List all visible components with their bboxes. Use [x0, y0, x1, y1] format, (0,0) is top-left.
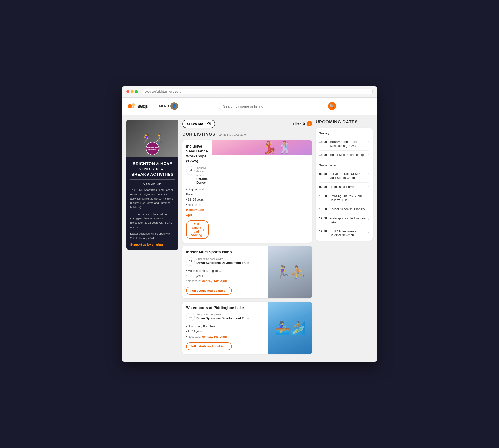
upcoming-item-tomorrow-1[interactable]: 09:30 Happiest at Home › [319, 183, 369, 192]
booking-button-1[interactable]: Full details and booking › [186, 221, 209, 239]
listing-date-1: • Next date: Monday, 14th April [186, 202, 209, 218]
sidebar-desc-2: The Programme is for children and young … [130, 212, 175, 229]
upcoming-time-t2: 10:00 [319, 194, 327, 198]
chevron-right-icon-3: › [227, 345, 228, 348]
toolbar: SHOW MAP 🗺 Filter ⚙ 4 [182, 120, 312, 128]
upcoming-time-t3: 10:00 [319, 207, 327, 211]
provider-logo-3: DS [186, 313, 195, 321]
listing-title-3: Watersports at Piddinghoe Lake [186, 305, 265, 310]
listing-card-2: Indoor Multi Sports camp DS Supporting p… [182, 246, 312, 298]
chevron-icon-today-1: › [368, 153, 369, 157]
sidebar-body: BRIGHTON & HOVE SEND SHORT BREAKS ACTIVI… [126, 158, 178, 250]
upcoming-item-today-0[interactable]: 14:00 Inclusive Send Dance Workshops (12… [319, 138, 369, 151]
filter-badge: 4 [307, 121, 312, 127]
listing-meta-3: • Newhaven, East Sussex • 8 - 12 years •… [186, 324, 265, 339]
upcoming-time-t0: 08:30 [319, 172, 327, 176]
upcoming-time-t4: 12:00 [319, 216, 327, 220]
listing-age-1: • 12 -25 years [186, 197, 209, 202]
listing-image-1: 💃🕺 [212, 140, 312, 155]
upcoming-time-t5: 12:30 [319, 229, 327, 233]
upcoming-name-t4: Watersports at Piddinghoe Lake [329, 216, 366, 224]
council-badge: Brighton & Hove City Council [146, 142, 159, 155]
hamburger-icon: ☰ [155, 104, 158, 108]
logo-text: eequ [137, 103, 148, 109]
browser-chrome: eequ.org/brighton-hove-send [122, 86, 377, 97]
listing-location-1: • Brighton and Hove [186, 187, 209, 197]
search-bar: 🔍 [219, 102, 337, 111]
sidebar-desc-1: The SEND Short Break and School Activiti… [130, 188, 175, 209]
upcoming-item-today-1[interactable]: 14:30 Indoor Multi Sports camp › [319, 151, 369, 160]
listing-date-3: • Next date: Monday, 14th April [186, 334, 265, 339]
booking-label-3: Full details and booking [190, 345, 226, 348]
logo-icon [127, 102, 136, 110]
upcoming-item-tomorrow-0[interactable]: 08:30 Activ8 For Kids SEND Multi Sports … [319, 170, 369, 183]
chevron-right-icon: › [203, 228, 204, 232]
upcoming-time-t1: 09:30 [319, 185, 327, 189]
upcoming-title: UPCOMING DATES [316, 120, 373, 125]
booking-button-2[interactable]: Full details and booking › [186, 287, 232, 295]
upcoming-item-tomorrow-5[interactable]: 12:30 SEND Adventures - Cardinal Newman … [319, 227, 369, 238]
upcoming-name-today-1: Indoor Multi Sports camp [329, 153, 366, 157]
svg-point-0 [128, 104, 132, 108]
menu-label: MENU [159, 104, 169, 108]
chevron-t5: › [368, 229, 369, 234]
listing-image-2: 🏃‍♀️⛹️ [268, 246, 312, 298]
browser-window: eequ.org/brighton-hove-send eequ ☰ MENU … [122, 86, 377, 362]
show-map-label: SHOW MAP [187, 122, 206, 126]
filter-button[interactable]: Filter ⚙ 4 [293, 121, 312, 127]
listing-info-1: Inclusive Send Dance Workshops (12-25) p… [182, 140, 212, 243]
provider-name-3: Down Syndrome Development Trust [197, 316, 249, 320]
upcoming-time-today-1: 14:30 [319, 153, 327, 157]
upcoming-item-tomorrow-3[interactable]: 10:00 Soccer Schools: Disability › [319, 205, 369, 214]
header: eequ ☰ MENU 👤 🔍 [122, 97, 377, 115]
listing-date-2: • Next date: Monday, 14th April [186, 279, 265, 284]
upcoming-item-tomorrow-2[interactable]: 10:00 Amazing Futures SEND Holiday Club … [319, 192, 369, 205]
listing-meta-1: • Brighton and Hove • 12 -25 years • Nex… [186, 187, 209, 218]
address-bar[interactable]: eequ.org/brighton-hove-send [141, 89, 373, 95]
sidebar-title: BRIGHTON & HOVE SEND SHORT BREAKS ACTIVI… [130, 161, 175, 177]
tomorrow-label: Tomorrow [319, 163, 369, 167]
listing-location-3: • Newhaven, East Sussex [186, 324, 265, 329]
main-area: SHOW MAP 🗺 Filter ⚙ 4 OUR LISTINGS 24 li… [182, 120, 312, 357]
upcoming-name-t2: Amazing Futures SEND Holiday Club [329, 194, 366, 202]
sidebar-divider [130, 179, 175, 180]
upcoming-item-tomorrow-4[interactable]: 12:00 Watersports at Piddinghoe Lake › [319, 214, 369, 227]
upcoming-card: Today 14:00 Inclusive Send Dance Worksho… [316, 128, 373, 240]
upcoming-name-t3: Soccer Schools: Disability [329, 207, 366, 211]
provider-logo-2: DS [186, 257, 195, 266]
search-button[interactable]: 🔍 [328, 102, 336, 110]
upcoming-name-t0: Activ8 For Kids SEND Multi Sports Camp [329, 172, 366, 180]
booking-label-1: Full details and booking [190, 223, 203, 237]
dot-yellow [131, 90, 134, 93]
booking-button-3[interactable]: Full details and booking › [186, 342, 232, 350]
share-button[interactable]: Support us by sharing ↑ [130, 243, 175, 246]
provider-logo-1: pd [186, 166, 195, 175]
listing-meta-2: • Moulsecoombe, Brighton... • 8 - 12 yea… [186, 269, 265, 284]
search-input[interactable] [219, 102, 337, 111]
provider-row-3: DS Supporting people with... Down Syndro… [186, 313, 265, 321]
listings-count: 24 listings available [219, 133, 246, 136]
today-label: Today [319, 131, 369, 135]
show-map-button[interactable]: SHOW MAP 🗺 [182, 120, 215, 128]
listing-image-3: 🚣‍♀️🏄 [268, 302, 312, 354]
upcoming-name-t1: Happiest at Home [329, 185, 366, 189]
search-icon: 🔍 [330, 104, 334, 109]
browser-dots [126, 90, 138, 93]
avatar: 👤 [171, 102, 178, 110]
listing-card-3: Watersports at Piddinghoe Lake DS Suppor… [182, 302, 312, 354]
provider-name-2: Down Syndrome Development Trust [197, 261, 249, 264]
tomorrow-section: Tomorrow 08:30 Activ8 For Kids SEND Mult… [319, 163, 369, 237]
booking-label-2: Full details and booking [190, 289, 226, 292]
chevron-t0: › [368, 172, 369, 176]
listing-title-2: Indoor Multi Sports camp [186, 250, 265, 255]
upcoming-name-t5: SEND Adventures - Cardinal Newman [329, 229, 366, 238]
menu-button[interactable]: ☰ MENU 👤 [152, 101, 180, 111]
chevron-t3: › [368, 207, 369, 211]
filter-settings-icon: ⚙ [302, 122, 305, 126]
provider-row-1: pd Inclusive dance for peop... Parable D… [186, 166, 209, 184]
provider-hint-3: Supporting people with... [197, 313, 249, 316]
svg-point-2 [132, 106, 134, 109]
provider-row-2: DS Supporting people with... Down Syndro… [186, 257, 265, 266]
filter-label: Filter [293, 122, 301, 126]
listings-section-header: OUR LISTINGS 24 listings available [182, 132, 312, 137]
